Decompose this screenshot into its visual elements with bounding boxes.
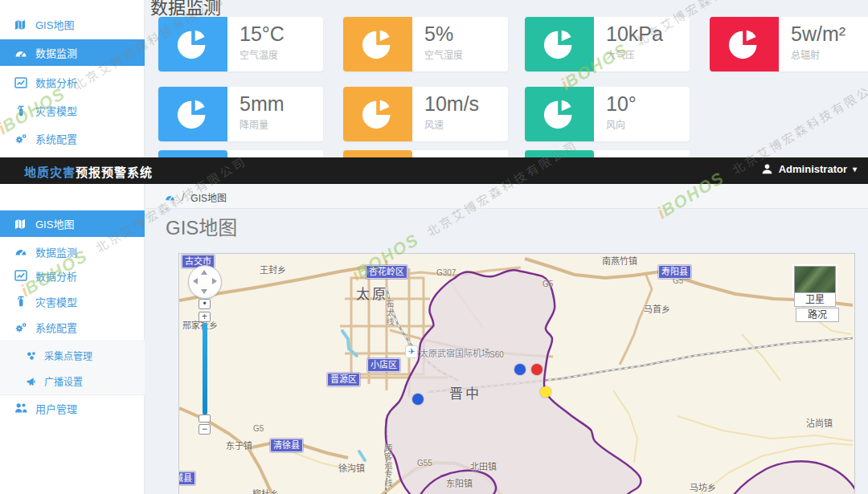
airport-label: 太原武宿国际机场 [420,346,490,359]
pie-chart-icon [710,17,779,71]
page-heading: 数据监测 [150,0,221,18]
gauge-icon [14,245,27,258]
sidebar-item-system-config[interactable]: 系统配置 [0,315,145,340]
metric-card-wind-speed: 10m/s风速 [343,87,508,141]
user-menu[interactable]: Administrator ▾ [761,163,857,175]
pie-chart-icon [158,17,227,71]
sidebar-item-label: 数据监测 [35,45,77,60]
map-label: 晋中 [449,382,481,402]
sidebar-item-data-monitor[interactable]: 数据监测 [0,239,145,263]
satellite-thumbnail[interactable] [794,266,836,293]
map-marker[interactable] [540,386,551,398]
pan-up-icon[interactable] [201,270,207,275]
sidebar-item-system-config[interactable]: 系统配置 [0,125,145,152]
gears-icon [14,321,27,334]
metric-value: 10° [606,92,690,116]
sidebar-item-label: 数据监测 [35,244,77,259]
metric-label: 风速 [424,117,508,131]
map-label: 晋源区 [327,373,360,386]
sidebar-item-label: GIS地图 [35,17,74,32]
user-icon [761,163,773,175]
pan-right-icon[interactable] [212,278,217,284]
map-label: 东于镇 [226,439,252,451]
map-label: 清徐县 [270,439,303,452]
pie-chart-icon [158,87,227,141]
sidebar-item-gis-map[interactable]: GIS地图 [0,11,145,38]
zoom-slider-handle[interactable] [199,414,211,423]
map-label: 杏花岭区 [366,265,407,279]
sidebar-item-gis-map[interactable]: GIS地图 [0,210,145,237]
sidebar-item-disaster-model[interactable]: 灾害模型 [0,289,145,313]
sidebar-item-data-analysis[interactable]: 数据分析 [0,263,145,288]
map-label: 石太线 [383,300,395,326]
map-label: S60 [489,350,504,359]
top-sidebar: GIS地图 数据监测 数据分析 灾害模型 系统配置 [0,0,145,157]
map-label: 柳杜乡 [252,487,279,494]
sidebar-item-label: 数据分析 [35,75,77,90]
sidebar-item-label: 灾害模型 [35,294,77,309]
megaphone-icon [26,376,37,387]
sidebar-item-data-analysis[interactable]: 数据分析 [0,69,145,96]
metric-card-rainfall: 5mm降雨量 [158,87,323,141]
metric-card-humidity: 5%空气湿度 [343,17,508,71]
sidebar-item-disaster-model[interactable]: 灾害模型 [0,97,145,124]
gauge-icon [14,47,27,59]
sidebar-item-data-monitor[interactable]: 数据监测 [0,39,145,66]
sidebar-item-label: 采集点管理 [44,349,92,362]
line-chart-icon [14,269,27,282]
map-label: 马首乡 [644,302,670,315]
map-pan-control[interactable] [188,265,222,299]
sidebar-item-label: 系统配置 [35,131,77,146]
sidebar-item-user-management[interactable]: 用户管理 [0,396,145,420]
map-marker[interactable] [514,364,526,375]
pie-chart-icon [343,87,412,141]
app-title-rest: 预报预警系统 [76,165,153,179]
zoom-slider-track[interactable] [203,323,207,414]
breadcrumb-current[interactable]: GIS地图 [190,190,227,204]
zoom-in-button[interactable]: + [199,312,211,322]
pie-chart-icon [343,17,412,71]
pan-left-icon[interactable] [193,278,198,284]
map-label: 城县 [178,472,195,485]
data-monitor-page: GIS地图 数据监测 数据分析 灾害模型 系统配置 数据监测 15°C空气温度 … [0,0,868,157]
dashboard-icon[interactable] [165,192,175,202]
map-label: G5 [542,280,553,288]
locate-button[interactable]: • [199,299,211,309]
sidebar-item-label: 系统配置 [35,320,77,335]
cluster-icon [26,350,37,361]
map-marker[interactable] [531,364,542,375]
partial-card [594,150,690,157]
sidebar-item-broadcast-settings[interactable]: 广播设置 [0,369,145,394]
zoom-out-button[interactable]: − [199,424,211,435]
page-title: GIS地图 [166,212,237,240]
metric-label: 大气压 [606,47,690,61]
extinguisher-icon [14,295,27,308]
map-label: 东阳镇 [446,476,473,489]
sidebar-item-collection-points[interactable]: 采集点管理 [0,343,145,368]
pan-down-icon[interactable] [201,289,207,294]
extinguisher-icon [14,104,27,117]
traffic-button[interactable]: 路况 [796,308,839,322]
gears-icon [14,133,27,145]
app-header: 地质灾害预报预警系统 Administrator ▾ [0,157,868,184]
metric-card-pressure: 10kPa大气压 [525,17,690,71]
satellite-button[interactable]: 卫星 [794,292,836,307]
pie-chart-icon [525,87,594,141]
pie-chart-icon [525,17,594,71]
map-label: 南燕竹镇 [602,254,637,267]
config-submenu: 采集点管理 广播设置 [0,340,145,395]
map-label: 马坊乡 [690,480,716,493]
metric-value: 5mm [240,92,323,116]
sidebar-item-label: 用户管理 [35,401,77,416]
gis-map-canvas[interactable]: 古交市王封乡杏花岭区太原石太线邢家社乡G307G5G5G5S60小店区晋源区晋中… [178,253,855,494]
map-label: 王封乡 [260,263,286,276]
map-marker[interactable] [412,394,424,405]
map-label: 小店区 [367,358,400,372]
partial-card [412,150,508,157]
breadcrumb: / GIS地图 [165,190,227,204]
partial-card [227,150,323,157]
metric-value: 15°C [240,22,323,46]
map-label: 徐沟镇 [338,461,365,474]
map-label: 北田镇 [470,459,497,472]
airplane-icon: ✈ [405,345,418,358]
